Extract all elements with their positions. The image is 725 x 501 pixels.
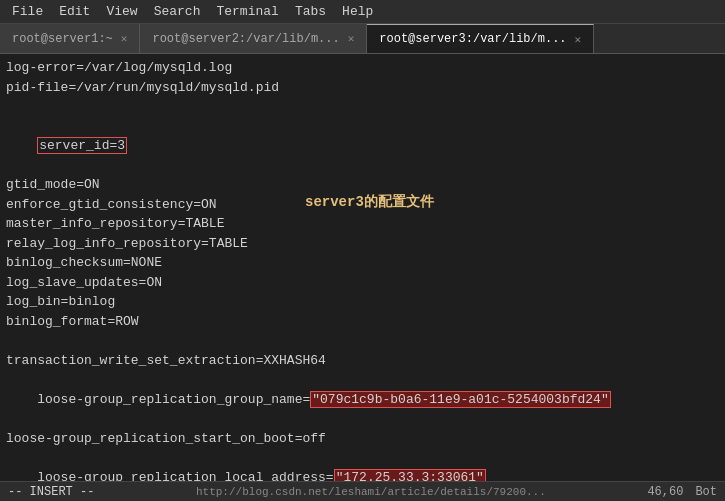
status-url: http://blog.csdn.net/leshami/article/det…: [94, 486, 647, 498]
line-blank2: [6, 331, 719, 351]
group-name-prefix: loose-group_replication_group_name=: [37, 392, 310, 407]
menubar: File Edit View Search Terminal Tabs Help: [0, 0, 725, 24]
menu-help[interactable]: Help: [334, 2, 381, 21]
tab-server3-close[interactable]: ✕: [575, 33, 582, 46]
line-blank1: [6, 97, 719, 117]
status-right: 46,60 Bot: [647, 485, 717, 499]
line-binlog-checksum: binlog_checksum=NONE: [6, 253, 719, 273]
local-address-prefix: loose-group_replication_local_address=: [37, 470, 333, 482]
line-group-name: loose-group_replication_group_name="079c…: [6, 370, 719, 429]
line-server-id: server_id=3: [6, 117, 719, 176]
menu-file[interactable]: File: [4, 2, 51, 21]
line-master-info: master_info_repository=TABLE: [6, 214, 719, 234]
line-pid-file: pid-file=/var/run/mysqld/mysqld.pid: [6, 78, 719, 98]
server-id-boxed: server_id=3: [37, 137, 127, 154]
tabbar: root@server1:~ ✕ root@server2:/var/lib/m…: [0, 24, 725, 54]
cursor-position: 46,60: [647, 485, 683, 499]
local-address-value: "172.25.33.3:33061": [334, 469, 486, 482]
line-relay-log: relay_log_info_repository=TABLE: [6, 234, 719, 254]
line-local-address: loose-group_replication_local_address="1…: [6, 448, 719, 481]
tab-server2-label: root@server2:/var/lib/m...: [152, 32, 339, 46]
tab-server2-close[interactable]: ✕: [348, 32, 355, 45]
group-name-value: "079c1c9b-b0a6-11e9-a01c-5254003bfd24": [310, 391, 610, 408]
line-binlog-format: binlog_format=ROW: [6, 312, 719, 332]
tab-server1-label: root@server1:~: [12, 32, 113, 46]
menu-view[interactable]: View: [98, 2, 145, 21]
menu-edit[interactable]: Edit: [51, 2, 98, 21]
menu-tabs[interactable]: Tabs: [287, 2, 334, 21]
scroll-position: Bot: [695, 485, 717, 499]
terminal-content: server3的配置文件 log-error=/var/log/mysqld.l…: [0, 54, 725, 481]
tab-server2[interactable]: root@server2:/var/lib/m... ✕: [140, 24, 367, 53]
menu-terminal[interactable]: Terminal: [208, 2, 286, 21]
insert-mode-label: -- INSERT --: [8, 485, 94, 499]
server3-comment: server3的配置文件: [305, 192, 434, 213]
line-log-error: log-error=/var/log/mysqld.log: [6, 58, 719, 78]
tab-server1[interactable]: root@server1:~ ✕: [0, 24, 140, 53]
tab-server3[interactable]: root@server3:/var/lib/m... ✕: [367, 24, 594, 53]
line-transaction-write: transaction_write_set_extraction=XXHASH6…: [6, 351, 719, 371]
line-start-on-boot: loose-group_replication_start_on_boot=of…: [6, 429, 719, 449]
line-log-slave: log_slave_updates=ON: [6, 273, 719, 293]
status-left: -- INSERT --: [8, 485, 94, 499]
menu-search[interactable]: Search: [146, 2, 209, 21]
tab-server3-label: root@server3:/var/lib/m...: [379, 32, 566, 46]
statusbar: -- INSERT -- http://blog.csdn.net/lesham…: [0, 481, 725, 501]
line-log-bin: log_bin=binlog: [6, 292, 719, 312]
tab-server1-close[interactable]: ✕: [121, 32, 128, 45]
